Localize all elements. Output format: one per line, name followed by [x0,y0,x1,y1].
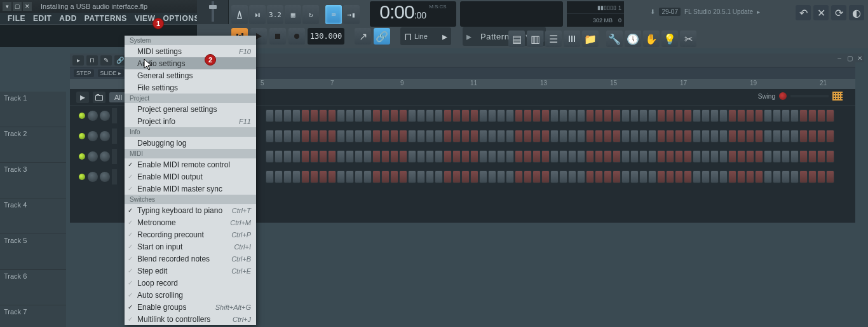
cr-close[interactable]: ✕ [855,53,864,62]
step-button[interactable] [702,150,710,163]
menu-project-info[interactable]: Project infoF11 [125,115,256,127]
track-6[interactable]: Track 6 [0,270,66,305]
step-button[interactable] [675,170,683,183]
step-button[interactable] [346,150,354,163]
step-button[interactable] [577,130,585,143]
step-button[interactable] [319,150,327,163]
step-button[interactable] [372,109,381,122]
step-button[interactable] [817,130,825,143]
step-button[interactable] [595,150,603,163]
track-5[interactable]: Track 5 [0,234,66,270]
step-button[interactable] [328,170,336,183]
step-button[interactable] [648,130,656,143]
channel-mute-led[interactable] [79,174,85,180]
maximize-button[interactable]: ▢ [13,2,22,11]
step-button[interactable] [808,170,817,183]
step-mode[interactable]: STEP [74,69,94,77]
step-button[interactable] [817,150,825,163]
channel-select[interactable] [112,129,117,144]
step-button[interactable] [337,170,345,183]
step-button[interactable] [746,130,754,143]
step-button[interactable] [426,109,434,122]
step-button[interactable] [737,150,745,163]
step-button[interactable] [746,170,754,183]
step-button[interactable] [541,109,550,122]
step-button[interactable] [630,130,639,143]
step-button[interactable] [639,170,648,183]
step-button[interactable] [497,170,505,183]
step-button[interactable] [310,130,318,143]
step-button[interactable] [372,150,381,163]
step-button[interactable] [372,170,381,183]
step-button[interactable] [604,150,612,163]
step-button[interactable] [310,170,318,183]
news-panel[interactable]: ⬇ 29-07 FL Studio 20.5.1 Update ▸ [650,8,760,16]
menu-blend-recorded[interactable]: ✓Blend recorded notesCtrl+B [125,253,256,265]
step-button[interactable] [346,130,354,143]
step-button[interactable] [390,150,398,163]
step-button[interactable] [693,109,701,122]
channel-mute-led[interactable] [79,113,85,119]
slide-mode[interactable]: SLIDE ▸ [98,69,125,77]
step-button[interactable] [604,170,612,183]
step-button[interactable] [452,130,461,143]
stop-button[interactable] [269,28,286,45]
channel-vol-knob[interactable] [100,131,110,141]
step-button[interactable] [435,150,443,163]
step-button[interactable] [648,150,656,163]
step-button[interactable] [283,109,292,122]
step-button[interactable] [524,170,532,183]
step-button[interactable] [524,130,532,143]
step-button[interactable] [337,130,345,143]
step-button[interactable] [826,170,834,183]
step-button[interactable] [710,170,719,183]
close-button[interactable]: ✕ [23,2,32,11]
step-button[interactable] [328,109,336,122]
menu-midi-settings[interactable]: MIDI settingsF10 [125,45,256,57]
step-button[interactable] [452,150,461,163]
render-icon[interactable]: ⟳ [831,5,846,20]
step-button[interactable] [319,170,327,183]
step-button[interactable] [390,109,398,122]
step-button[interactable] [782,109,790,122]
channel-select[interactable] [112,169,117,184]
step-button[interactable] [666,130,674,143]
step-button[interactable] [488,170,496,183]
step-button[interactable] [719,109,728,122]
step-button[interactable] [693,170,701,183]
step-button[interactable] [479,150,487,163]
undo-icon[interactable]: ↶ [796,5,811,20]
step-button[interactable] [301,170,309,183]
step-button[interactable] [328,150,336,163]
step-button[interactable] [630,150,639,163]
step-button[interactable] [292,150,301,163]
step-button[interactable] [399,130,407,143]
step-button[interactable] [266,130,274,143]
step-button[interactable] [515,150,523,163]
step-button[interactable] [275,109,283,122]
menu-project-general[interactable]: Project general settings [125,103,256,115]
step-button[interactable] [559,150,567,163]
master-volume-fader[interactable] [197,0,229,24]
step-button[interactable] [390,170,398,183]
browser-button[interactable]: 📁 [582,31,599,47]
menu-enable-groups[interactable]: ✓Enable groupsShift+Alt+G [125,301,256,313]
step-button[interactable] [444,170,452,183]
step-button[interactable] [657,130,665,143]
step-button[interactable] [506,170,514,183]
step-button[interactable] [363,130,372,143]
menu-recording-precount[interactable]: ✓Recording precountCtrl+P [125,228,256,240]
step-button[interactable] [550,109,559,122]
window-menu-button[interactable]: ▾ [3,2,11,11]
step-button[interactable] [550,130,559,143]
step-button[interactable] [541,130,550,143]
cr-minimize[interactable]: – [835,53,844,62]
step-button[interactable] [363,109,372,122]
step-button[interactable] [790,150,799,163]
step-button[interactable] [568,170,576,183]
swing-slider[interactable] [790,95,829,97]
step-button[interactable] [390,130,398,143]
menu-file[interactable]: FILE [4,14,29,23]
menu-midi-remote[interactable]: ✓Enable MIDI remote control [125,158,256,170]
step-button[interactable] [301,150,309,163]
